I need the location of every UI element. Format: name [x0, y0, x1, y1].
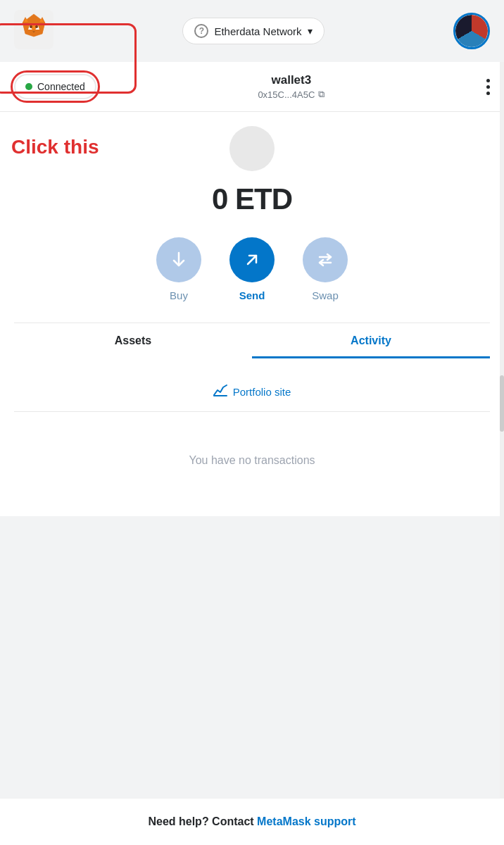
buy-icon [169, 250, 189, 270]
balance-amount: 0 ETD [212, 182, 292, 215]
svg-point-8 [35, 25, 38, 28]
copy-icon[interactable]: ⧉ [318, 89, 325, 100]
metamask-support-link[interactable]: MetaMask support [257, 815, 355, 827]
account-avatar[interactable] [453, 13, 490, 49]
send-icon [242, 250, 262, 270]
network-name: Etherdata Network [214, 25, 301, 37]
portfolio-icon [213, 384, 227, 400]
swap-button[interactable]: Swap [303, 237, 348, 301]
buy-circle [156, 237, 201, 282]
chart-icon [213, 384, 227, 396]
swap-circle [303, 237, 348, 282]
no-transactions: You have no transactions [14, 412, 490, 509]
svg-point-7 [30, 25, 32, 28]
buy-label: Buy [170, 289, 188, 301]
connected-text: Connected [37, 81, 85, 92]
swap-icon [315, 250, 335, 270]
scrollbar-thumb [500, 375, 504, 432]
wallet-avatar [229, 126, 275, 171]
main-content: Connected wallet3 0x15C...4A5C ⧉ Click t… [0, 62, 504, 516]
account-info: wallet3 0x15C...4A5C ⧉ [96, 73, 486, 100]
network-selector[interactable]: ? Etherdata Network ▾ [182, 18, 324, 44]
tab-activity[interactable]: Activity [252, 323, 490, 358]
portfolio-text: Portfolio site [233, 386, 291, 398]
click-this-label: Click this [11, 136, 99, 158]
svg-line-15 [248, 256, 256, 264]
portfolio-link[interactable]: Portfolio site [14, 373, 490, 412]
metamask-logo [14, 10, 53, 52]
send-label: Send [239, 289, 265, 301]
tab-assets[interactable]: Assets [14, 323, 252, 358]
connected-dot [25, 83, 32, 90]
connected-badge[interactable]: Connected [14, 74, 96, 99]
account-name: wallet3 [96, 73, 486, 87]
tabs: Assets Activity [14, 323, 490, 358]
balance-display: 0 ETD [212, 182, 292, 216]
footer-prefix: Need help? Contact [148, 815, 257, 827]
network-help-icon: ? [194, 24, 208, 38]
address-text: 0x15C...4A5C [258, 89, 315, 100]
no-transactions-text: You have no transactions [189, 454, 315, 466]
footer: Need help? Contact MetaMask support [0, 798, 504, 845]
chevron-down-icon: ▾ [308, 25, 313, 37]
avatar-graphic [455, 15, 488, 47]
more-options-button[interactable] [486, 79, 490, 95]
activity-content: Portfolio site You have no transactions [0, 365, 504, 516]
connected-badge-wrapper: Connected [14, 74, 96, 99]
tab-assets-label: Assets [115, 334, 151, 346]
header: ? Etherdata Network ▾ [0, 0, 504, 62]
buy-button[interactable]: Buy [156, 237, 201, 301]
swap-label: Swap [312, 289, 339, 301]
send-button[interactable]: Send [229, 237, 275, 301]
account-bar: Connected wallet3 0x15C...4A5C ⧉ [0, 62, 504, 112]
scrollbar[interactable] [500, 62, 504, 845]
action-buttons: Buy Send [156, 237, 348, 301]
tab-activity-label: Activity [351, 334, 391, 346]
account-address: 0x15C...4A5C ⧉ [96, 89, 486, 100]
send-circle [229, 237, 275, 282]
